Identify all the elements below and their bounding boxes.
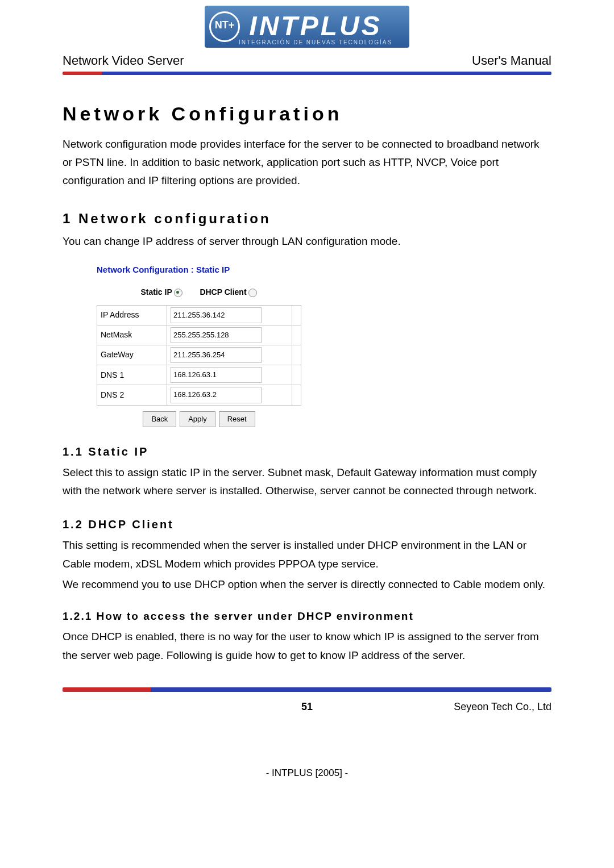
page-number: 51 (301, 701, 313, 713)
netmask-label: NetMask (97, 326, 167, 345)
dns1-input[interactable]: 168.126.63.1 (171, 367, 262, 383)
section-1-2-paragraph-1: This setting is recommended when the ser… (63, 536, 551, 573)
ip-address-label: IP Address (97, 306, 167, 326)
brand-name: INTPLUS (249, 11, 381, 41)
dns2-label: DNS 2 (97, 385, 167, 405)
brand-logo: NT+ INTPLUS INTEGRACIÓN DE NUEVAS TECNOL… (0, 0, 614, 48)
section-1-1-heading: 1.1 Static IP (63, 442, 551, 461)
radio-dhcp-client[interactable]: DHCP Client (200, 286, 257, 299)
netmask-input[interactable]: 255.255.255.128 (171, 327, 262, 343)
footer-company: Seyeon Tech Co., Ltd (438, 701, 551, 713)
config-panel: Network Configuration : Static IP Static… (97, 262, 301, 427)
section-1-heading: 1 Network configuration (63, 207, 551, 231)
dns1-label: DNS 1 (97, 365, 167, 385)
section-1-2-1-heading: 1.2.1 How to access the server under DHC… (63, 607, 551, 625)
dns2-input[interactable]: 168.126.63.2 (171, 387, 262, 403)
table-row: DNS 1 168.126.63.1 (97, 365, 301, 385)
radio-icon (248, 289, 257, 297)
config-table: IP Address 211.255.36.142 NetMask 255.25… (97, 305, 301, 405)
radio-static-ip[interactable]: Static IP (141, 286, 183, 299)
table-row: GateWay 211.255.36.254 (97, 345, 301, 365)
reset-button[interactable]: Reset (219, 411, 255, 427)
config-panel-title: Network Configuration : Static IP (97, 262, 301, 277)
section-1-2-1-paragraph: Once DHCP is enabled, there is no way fo… (63, 628, 551, 665)
footer-copyright: - INTPLUS [2005] - (0, 767, 614, 802)
section-1-2-heading: 1.2 DHCP Client (63, 515, 551, 534)
table-row: IP Address 211.255.36.142 (97, 306, 301, 326)
apply-button[interactable]: Apply (180, 411, 215, 427)
radio-static-ip-label: Static IP (141, 287, 172, 297)
ip-address-input[interactable]: 211.255.36.142 (171, 307, 262, 323)
page-title: Network Configuration (63, 98, 551, 131)
radio-dhcp-client-label: DHCP Client (200, 287, 246, 297)
gateway-label: GateWay (97, 345, 167, 365)
table-row: DNS 2 168.126.63.2 (97, 385, 301, 405)
intro-paragraph: Network configuration mode provides inte… (63, 135, 551, 190)
back-button[interactable]: Back (143, 411, 176, 427)
brand-tagline: INTEGRACIÓN DE NUEVAS TECNOLOGÍAS (239, 39, 392, 45)
section-1-2-paragraph-2: We recommend you to use DHCP option when… (63, 575, 551, 594)
brand-badge-icon: NT+ (209, 11, 240, 42)
footer-divider (63, 687, 551, 692)
section-1-paragraph: You can change IP address of server thro… (63, 232, 551, 251)
header-divider (63, 72, 551, 75)
section-1-1-paragraph: Select this to assign static IP in the s… (63, 464, 551, 500)
table-row: NetMask 255.255.255.128 (97, 326, 301, 345)
radio-icon (174, 289, 182, 297)
header-right: User's Manual (472, 53, 551, 68)
header-left: Network Video Server (63, 53, 184, 68)
gateway-input[interactable]: 211.255.36.254 (171, 347, 262, 363)
